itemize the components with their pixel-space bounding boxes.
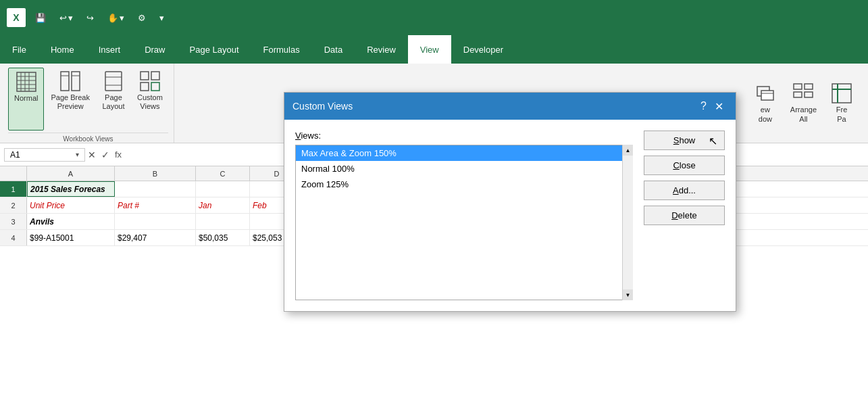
list-item[interactable]: Zoom 125% (296, 176, 632, 192)
menu-formulas[interactable]: Formulas (251, 35, 312, 64)
svg-rect-23 (805, 84, 813, 89)
menu-view[interactable]: View (408, 35, 451, 64)
menu-review[interactable]: Review (355, 35, 408, 64)
svg-rect-26 (832, 84, 851, 103)
touch-icon: ✋ (107, 13, 118, 23)
ribbon-arrange-label: ArrangeAll (790, 105, 817, 123)
views-scrollbar: ▲ ▼ (622, 145, 633, 300)
ribbon-custom-views-label: CustomViews (137, 93, 163, 111)
qat-customize-button[interactable]: ▾ (155, 10, 168, 26)
scroll-track (623, 156, 633, 289)
touch-button[interactable]: ✋▾ (103, 10, 128, 26)
share-button[interactable]: ⚙ (134, 10, 150, 26)
cell-b1[interactable] (115, 181, 196, 197)
ribbon-freeze-panes-button[interactable]: FrePa (825, 80, 859, 126)
workbook-views-group: Normal Page BreakPreview (3, 64, 174, 143)
ribbon-page-break-button[interactable]: Page BreakPreview (45, 68, 95, 131)
row-num-4: 4 (0, 230, 27, 245)
confirm-formula-icon[interactable]: ✓ (101, 149, 109, 160)
cell-c2[interactable]: Jan (196, 197, 250, 213)
dialog-views-label: Views: (295, 131, 633, 141)
svg-rect-25 (805, 92, 813, 97)
name-box-value: A1 (10, 150, 20, 160)
cell-a1[interactable]: 2015 Sales Forecas (27, 181, 115, 197)
show-label-rest: how (679, 135, 695, 145)
save-button[interactable]: 💾 (31, 10, 50, 26)
cell-c3[interactable] (196, 214, 250, 229)
svg-rect-8 (61, 72, 69, 91)
cursor-indicator: ↖ (709, 134, 717, 147)
svg-rect-22 (794, 84, 802, 89)
cell-a2[interactable]: Unit Price (27, 197, 115, 213)
ribbon-custom-views-button[interactable]: CustomViews (132, 68, 168, 131)
menu-page-layout[interactable]: Page Layout (178, 35, 251, 64)
ribbon-freeze-label: FrePa (836, 105, 848, 123)
cell-c4[interactable]: $50,035 (196, 230, 250, 245)
name-box[interactable]: A1 ▾ (4, 148, 85, 162)
svg-rect-20 (761, 91, 773, 100)
list-item[interactable]: Normal 100% (296, 161, 632, 176)
menu-bar: File Home Insert Draw Page Layout Formul… (0, 35, 868, 64)
dialog-left-panel: Views: Max Area & Zoom 150% Normal 100% … (295, 131, 633, 300)
custom-views-icon (139, 70, 161, 92)
ribbon-arrange-all-button[interactable]: ArrangeAll (785, 80, 822, 126)
normal-view-icon (16, 71, 37, 93)
scroll-down-arrow[interactable]: ▼ (623, 289, 633, 300)
freeze-panes-icon (831, 82, 852, 104)
add-button[interactable]: Add... (644, 181, 725, 200)
menu-developer[interactable]: Developer (451, 35, 515, 64)
page-break-icon (59, 70, 81, 92)
row-num-1: 1 (0, 181, 27, 197)
svg-rect-18 (151, 82, 159, 91)
menu-home[interactable]: Home (39, 35, 86, 64)
menu-insert[interactable]: Insert (86, 35, 133, 64)
ribbon-buttons: Normal Page BreakPreview (8, 68, 168, 131)
ribbon-page-layout-label: PageLayout (102, 93, 124, 111)
dialog-help-button[interactable]: ? (696, 100, 711, 112)
ribbon-normal-label: Normal (14, 94, 38, 103)
save-icon: 💾 (35, 13, 46, 23)
cell-a3[interactable]: Anvils (27, 214, 115, 229)
svg-rect-17 (141, 82, 149, 91)
col-header-c[interactable]: C (196, 166, 250, 181)
cell-b2[interactable]: Part # (115, 197, 196, 213)
undo-icon: ↩ (59, 13, 67, 23)
ribbon-normal-button[interactable]: Normal (8, 68, 44, 131)
show-button[interactable]: Show ↖ (644, 131, 725, 150)
col-header-b[interactable]: B (115, 166, 196, 181)
app-icon: X (7, 8, 26, 27)
ribbon-page-layout-button[interactable]: PageLayout (97, 68, 130, 131)
close-label-rest: lose (680, 160, 696, 170)
close-dialog-button[interactable]: Close (644, 156, 725, 175)
cell-c1[interactable] (196, 181, 250, 197)
menu-file[interactable]: File (0, 35, 39, 64)
dialog-content: Views: Max Area & Zoom 150% Normal 100% … (284, 120, 736, 311)
menu-data[interactable]: Data (312, 35, 355, 64)
undo-button[interactable]: ↩▾ (55, 10, 77, 26)
views-list[interactable]: Max Area & Zoom 150% Normal 100% Zoom 12… (295, 145, 633, 300)
cell-a4[interactable]: $99-A15001 (27, 230, 115, 245)
cell-b4[interactable]: $29,407 (115, 230, 196, 245)
delete-button[interactable]: Delete (644, 206, 725, 225)
redo-button[interactable]: ↪ (82, 10, 98, 26)
scroll-up-arrow[interactable]: ▲ (623, 145, 633, 156)
dialog-right-panel: Show ↖ Close Add... Delete (644, 131, 725, 300)
list-item[interactable]: Max Area & Zoom 150% (296, 145, 632, 161)
title-bar: X 💾 ↩▾ ↪ ✋▾ ⚙ ▾ (0, 0, 868, 35)
row-num-2: 2 (0, 197, 27, 213)
page-layout-icon (103, 70, 124, 92)
cancel-formula-icon[interactable]: ✕ (88, 149, 96, 160)
dialog-titlebar: Custom Views ? ✕ (284, 93, 736, 120)
name-box-arrow[interactable]: ▾ (76, 151, 79, 158)
cell-b3[interactable] (115, 214, 196, 229)
dialog-close-button[interactable]: ✕ (711, 100, 727, 113)
insert-function-icon[interactable]: fx (115, 149, 122, 160)
ribbon-new-window-label: ewdow (759, 105, 772, 123)
menu-draw[interactable]: Draw (132, 35, 177, 64)
svg-rect-12 (105, 72, 122, 91)
formula-icons: ✕ ✓ fx (88, 149, 122, 160)
col-header-a[interactable]: A (27, 166, 115, 181)
svg-rect-16 (151, 72, 159, 80)
ribbon-new-window-button[interactable]: ewdow (748, 80, 782, 126)
custom-views-dialog: Custom Views ? ✕ Views: Max Area & Zoom … (284, 92, 736, 312)
